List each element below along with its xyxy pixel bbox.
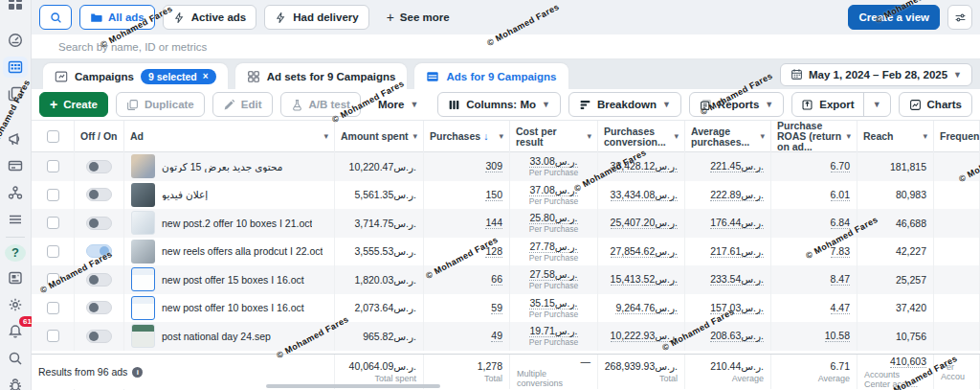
- sidebar-search-icon[interactable]: [3, 348, 28, 369]
- header-amount-spent[interactable]: Amount spent▾: [335, 121, 424, 152]
- chevron-down-icon: ▾: [846, 131, 851, 142]
- clear-selection-icon[interactable]: ×: [203, 71, 209, 81]
- filter-active-ads[interactable]: Active ads: [163, 5, 257, 30]
- flask-icon: [291, 99, 303, 111]
- row-checkbox[interactable]: [47, 330, 59, 342]
- ad-status-toggle[interactable]: [86, 273, 112, 287]
- view-settings-sliders-button[interactable]: [947, 5, 972, 30]
- breakdown-button[interactable]: Breakdown ▼: [568, 92, 681, 117]
- selected-count-badge[interactable]: 9 selected×: [141, 69, 216, 84]
- campaigns-table-icon[interactable]: [3, 57, 28, 78]
- export-button[interactable]: Export: [792, 93, 862, 116]
- header-average-purchases[interactable]: Average purchases...▾: [685, 121, 771, 152]
- row-checkbox[interactable]: [47, 302, 59, 314]
- ad-name[interactable]: new post offer 15 boxes I 16.oct: [162, 274, 304, 286]
- row-checkbox[interactable]: [47, 245, 59, 258]
- info-icon[interactable]: i: [132, 367, 143, 378]
- row-checkbox[interactable]: [47, 217, 59, 229]
- header-purchases[interactable]: Purchases↓▾: [424, 121, 510, 152]
- ad-status-toggle[interactable]: [86, 330, 112, 343]
- settings-gear-icon[interactable]: [3, 294, 28, 315]
- cell-reach: 10,756: [858, 322, 934, 351]
- ad-thumbnail: [131, 296, 155, 320]
- cell-purchases: 150: [424, 181, 510, 210]
- header-purchase-roas[interactable]: Purchase ROAS (return on ad...▾: [771, 121, 858, 152]
- per-purchase-label: Per Purchase: [529, 225, 579, 234]
- select-all-checkbox[interactable]: [47, 130, 59, 143]
- ad-status-toggle[interactable]: [86, 301, 112, 314]
- ad-name[interactable]: إعلان فيديو: [162, 189, 208, 200]
- cell-frequency: [934, 322, 980, 351]
- scrollbar-thumb[interactable]: [266, 384, 440, 388]
- header-purchases-conversion[interactable]: Purchases conversion...▾: [598, 121, 685, 152]
- charts-button[interactable]: Charts: [899, 92, 972, 117]
- chevron-down-icon: ▾: [674, 131, 679, 142]
- help-question-icon[interactable]: ?: [5, 244, 26, 263]
- reports-button[interactable]: Reports ▼: [689, 92, 784, 117]
- ad-name[interactable]: new post offer 10 boxes I 16.oct: [162, 302, 304, 313]
- create-button[interactable]: + Create: [39, 92, 108, 117]
- table-row: new post offer 15 boxes I 16.oct 1,820.0…: [32, 265, 980, 294]
- more-button[interactable]: More ▼: [368, 92, 428, 117]
- header-cost-per-result[interactable]: Cost per result▾: [510, 121, 598, 152]
- cell-purchases-conversion: 25,407.20ر.س.: [598, 209, 685, 238]
- per-purchase-label: Per Purchase: [529, 169, 579, 177]
- table-row: محتوي جديد بعرض 15 كرتون 10,220.47ر.س. 3…: [32, 152, 980, 181]
- cell-purchases-conversion: 9,264.76ر.س.: [598, 294, 685, 323]
- columns-button[interactable]: Columns: Mo ▼: [437, 92, 561, 117]
- filter-had-delivery[interactable]: Had delivery: [264, 5, 368, 30]
- create-view-button[interactable]: Create a view: [848, 5, 940, 30]
- tab-ads[interactable]: Ads for 9 Campaigns: [414, 63, 568, 89]
- ad-status-toggle[interactable]: [86, 160, 112, 173]
- cell-purchases: 59: [424, 294, 510, 323]
- header-reach[interactable]: Reach▾: [858, 121, 934, 152]
- cell-frequency: [934, 238, 980, 266]
- date-range-picker[interactable]: May 1, 2024 – Feb 28, 2025 ▼: [780, 63, 972, 86]
- ab-test-button[interactable]: A/B test: [280, 92, 361, 117]
- edit-button[interactable]: Edit: [212, 92, 273, 117]
- chevron-down-icon: ▼: [410, 100, 418, 109]
- ad-name[interactable]: new post.2 offer 10 boxes I 21.oct: [162, 218, 312, 229]
- megaphone-ads-icon[interactable]: [3, 128, 28, 149]
- row-checkbox[interactable]: [47, 273, 59, 286]
- chevron-down-icon: ▾: [499, 131, 503, 142]
- calendar-icon: [791, 68, 803, 80]
- ad-status-toggle[interactable]: [86, 188, 112, 201]
- tab-campaigns[interactable]: Campaigns 9 selected×: [43, 63, 228, 89]
- level-tabs: Campaigns 9 selected× Ad sets for 9 Camp…: [32, 59, 980, 89]
- pencil-icon: [223, 99, 235, 111]
- ad-name[interactable]: new reels offers alla prodcut I 22.oct: [162, 245, 323, 257]
- ads-manager-app: ? 61 All ads: [0, 0, 980, 390]
- table-row: new post.2 offer 10 boxes I 21.oct 3,714…: [32, 209, 980, 238]
- reports-icon: [700, 99, 712, 111]
- ad-name[interactable]: post national day 24.sep: [162, 331, 271, 342]
- menu-lines-icon[interactable]: [3, 209, 28, 230]
- billing-card-icon[interactable]: [3, 155, 28, 176]
- search-filter-button[interactable]: [39, 5, 72, 30]
- account-quality-gauge-icon[interactable]: [3, 30, 28, 51]
- header-frequency[interactable]: Frequen: [934, 121, 980, 152]
- ad-name[interactable]: محتوي جديد بعرض 15 كرتون: [162, 161, 282, 172]
- row-checkbox[interactable]: [47, 189, 59, 201]
- row-checkbox[interactable]: [47, 160, 59, 172]
- duplicate-button[interactable]: Duplicate: [116, 92, 205, 117]
- pages-copy-icon[interactable]: [3, 83, 28, 104]
- tab-ad-sets[interactable]: Ad sets for 9 Campaigns: [235, 63, 408, 89]
- ad-status-toggle[interactable]: [86, 244, 112, 258]
- apps-grid-icon[interactable]: [3, 0, 28, 13]
- notifications-bell-icon[interactable]: 61: [3, 321, 28, 342]
- cell-reach: 80,983: [858, 181, 934, 210]
- updates-news-icon[interactable]: [3, 267, 28, 288]
- ad-thumbnail: [131, 267, 155, 291]
- see-more-filters[interactable]: + See more: [377, 5, 459, 30]
- filter-all-ads[interactable]: All ads: [79, 5, 155, 30]
- report-bug-icon[interactable]: [3, 375, 28, 390]
- horizontal-scrollbar[interactable]: [32, 384, 980, 389]
- header-ad[interactable]: Ad▾: [124, 121, 335, 152]
- search-input[interactable]: Search by name, ID or metrics: [32, 34, 980, 59]
- ad-status-toggle[interactable]: [86, 217, 112, 230]
- ad-thumbnail: [131, 324, 155, 348]
- chevron-down-icon: ▾: [412, 131, 417, 142]
- business-assets-icon[interactable]: [3, 182, 28, 203]
- export-options-caret[interactable]: ▼: [863, 93, 890, 116]
